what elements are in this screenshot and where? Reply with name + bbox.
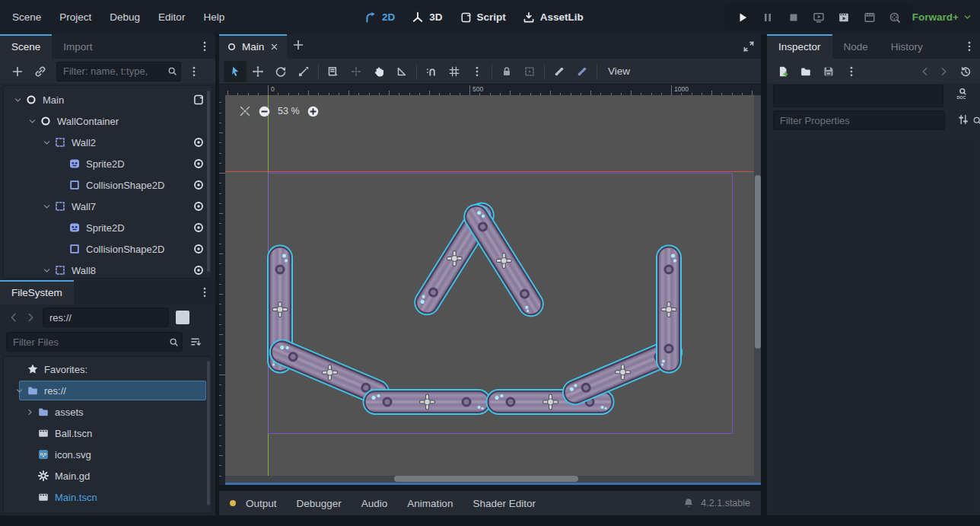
visibility-icon[interactable] bbox=[192, 136, 205, 148]
visibility-icon[interactable] bbox=[192, 158, 205, 170]
menu-editor[interactable]: Editor bbox=[149, 0, 194, 34]
scene-tree-row-collisionshape2d[interactable]: CollisionShape2D bbox=[4, 238, 212, 260]
grid-snap-toggle[interactable] bbox=[443, 61, 466, 82]
menu-debug[interactable]: Debug bbox=[100, 0, 149, 34]
bottom-tab-output[interactable]: Output bbox=[236, 498, 287, 509]
file-tree-row-main.tscn[interactable]: Main.tscn bbox=[4, 486, 212, 508]
position-gizmo[interactable] bbox=[273, 302, 288, 317]
scale-tool[interactable] bbox=[292, 61, 315, 82]
zoom-percent[interactable]: 53 % bbox=[278, 106, 300, 116]
workspace-assetlib[interactable]: AssetLib bbox=[523, 11, 584, 24]
pause-button[interactable] bbox=[756, 7, 779, 28]
scene-tree-row-wallcontainer[interactable]: WallContainer bbox=[4, 110, 212, 132]
tab-filesystem[interactable]: FileSystem bbox=[0, 280, 74, 304]
zoom-out-button[interactable] bbox=[258, 105, 271, 118]
rotate-tool[interactable] bbox=[269, 61, 292, 82]
visibility-icon[interactable] bbox=[192, 222, 205, 234]
close-icon[interactable] bbox=[269, 42, 279, 52]
skeleton-button[interactable] bbox=[548, 61, 571, 82]
position-gizmo[interactable] bbox=[497, 253, 511, 268]
filesystem-panel-menu-icon[interactable] bbox=[199, 286, 211, 298]
add-node-button[interactable] bbox=[6, 61, 29, 82]
ruler-tool[interactable] bbox=[390, 61, 413, 82]
menu-help[interactable]: Help bbox=[194, 0, 234, 34]
history-back-icon[interactable] bbox=[919, 65, 931, 78]
position-gizmo[interactable] bbox=[662, 302, 676, 317]
scene-panel-menu-icon[interactable] bbox=[199, 40, 211, 53]
lock-button[interactable] bbox=[495, 61, 518, 82]
object-history-button[interactable] bbox=[954, 61, 977, 82]
bottom-tab-audio[interactable]: Audio bbox=[352, 498, 398, 509]
renderer-selector[interactable]: Forward+ bbox=[912, 0, 972, 34]
menu-scene[interactable]: Scene bbox=[3, 0, 50, 34]
scene-toolbar-menu[interactable] bbox=[183, 61, 205, 82]
scene-tree-row-collisionshape2d[interactable]: CollisionShape2D bbox=[4, 174, 212, 196]
smart-snap-toggle[interactable] bbox=[420, 61, 443, 82]
workspace-2d[interactable]: 2D bbox=[364, 11, 395, 24]
file-tree-row-readme.md[interactable]: README.md bbox=[4, 508, 212, 514]
file-tree-row-main.gd[interactable]: Main.gd bbox=[4, 465, 212, 486]
file-filter-input[interactable] bbox=[6, 332, 183, 352]
visibility-icon[interactable] bbox=[192, 243, 205, 255]
visibility-icon[interactable] bbox=[192, 179, 205, 191]
scene-tree-row-wall2[interactable]: Wall2 bbox=[4, 132, 212, 153]
property-filter-input[interactable] bbox=[773, 110, 945, 130]
movie-maker-button[interactable] bbox=[883, 7, 906, 28]
position-gizmo[interactable] bbox=[616, 365, 630, 380]
tab-inspector[interactable]: Inspector bbox=[767, 34, 832, 59]
expand-viewport-icon[interactable] bbox=[743, 40, 755, 53]
file-tree-row-ball.tscn[interactable]: Ball.tscn bbox=[4, 422, 212, 444]
file-tree-row-assets[interactable]: assets bbox=[4, 401, 212, 422]
bell-icon[interactable] bbox=[682, 497, 695, 509]
menu-project[interactable]: Project bbox=[50, 0, 100, 34]
file-tree-row-icon.svg[interactable]: icon.svg bbox=[4, 444, 212, 465]
view-menu-button[interactable]: View bbox=[600, 61, 638, 82]
attached-script-icon[interactable] bbox=[192, 94, 205, 106]
play-scene-button[interactable] bbox=[807, 7, 830, 28]
select-tool[interactable] bbox=[224, 61, 247, 82]
bottom-tab-animation[interactable]: Animation bbox=[397, 498, 463, 509]
skeleton-options-button[interactable] bbox=[571, 61, 593, 82]
play-custom-scene-button[interactable] bbox=[858, 7, 881, 28]
back-icon[interactable] bbox=[8, 311, 20, 324]
bottom-tab-shader-editor[interactable]: Shader Editor bbox=[463, 498, 546, 509]
save-resource-button[interactable] bbox=[817, 61, 840, 82]
zoom-in-button[interactable] bbox=[307, 105, 320, 118]
position-gizmo[interactable] bbox=[323, 365, 337, 380]
canvas-field[interactable]: 53 % bbox=[225, 95, 761, 485]
position-gizmo[interactable] bbox=[420, 395, 434, 410]
workspace-3d[interactable]: 3D bbox=[412, 11, 442, 24]
instance-scene-button[interactable] bbox=[29, 61, 52, 82]
scene-filter-input[interactable] bbox=[56, 62, 181, 81]
inspector-panel-menu-icon[interactable] bbox=[963, 40, 975, 53]
tab-scene[interactable]: Scene bbox=[0, 34, 52, 59]
file-tree-row-res-[interactable]: res:// bbox=[4, 380, 212, 401]
scene-tree-row-wall8[interactable]: Wall8 bbox=[4, 260, 212, 279]
stop-button[interactable] bbox=[782, 7, 805, 28]
pivot-tool[interactable] bbox=[345, 61, 368, 82]
tab-import[interactable]: Import bbox=[52, 34, 103, 59]
play-button[interactable] bbox=[731, 7, 754, 28]
play-current-scene-button[interactable] bbox=[832, 7, 855, 28]
snap-options-menu[interactable] bbox=[466, 61, 488, 82]
wall-sprite-3[interactable] bbox=[364, 391, 490, 413]
scene-tree-row-wall7[interactable]: Wall7 bbox=[4, 196, 212, 217]
group-button[interactable] bbox=[518, 61, 541, 82]
select-region-tool[interactable] bbox=[322, 61, 345, 82]
path-field[interactable] bbox=[43, 308, 169, 327]
new-resource-button[interactable] bbox=[772, 61, 794, 82]
sort-files-icon[interactable] bbox=[189, 336, 202, 348]
open-docs-icon[interactable]: DOC bbox=[956, 88, 968, 100]
toggle-split-mode-button[interactable] bbox=[176, 311, 189, 324]
open-scene-tab-main[interactable]: Main bbox=[219, 34, 287, 59]
position-gizmo[interactable] bbox=[543, 395, 558, 410]
workspace-script[interactable]: Script bbox=[460, 11, 506, 24]
h-scrollbar[interactable] bbox=[394, 476, 578, 482]
forward-icon[interactable] bbox=[24, 311, 37, 324]
file-tree-row-favorites-[interactable]: Favorites: bbox=[4, 359, 212, 380]
tab-history[interactable]: History bbox=[880, 34, 934, 59]
v-scrollbar[interactable] bbox=[755, 175, 761, 349]
property-filter-options-icon[interactable] bbox=[957, 113, 969, 126]
visibility-icon[interactable] bbox=[192, 264, 205, 276]
pan-tool[interactable] bbox=[368, 61, 390, 82]
